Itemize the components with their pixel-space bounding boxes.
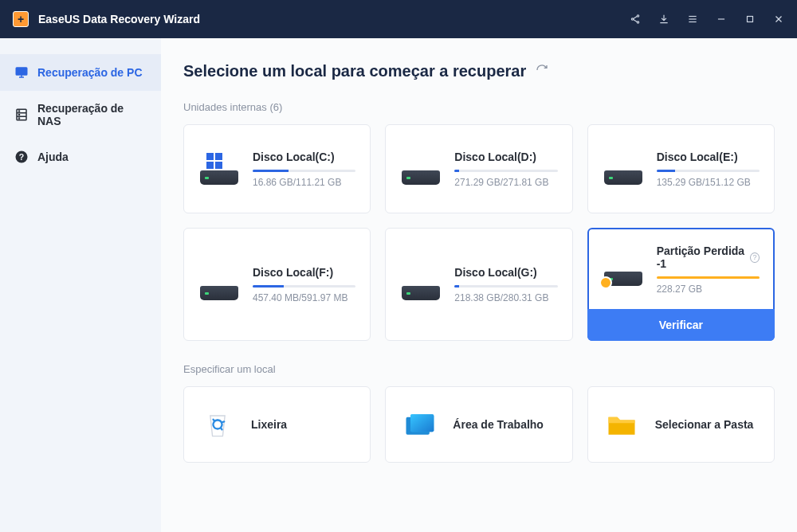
recycle-icon [200, 407, 235, 442]
minimize-icon[interactable] [716, 14, 727, 25]
svg-text:?: ? [19, 152, 24, 162]
drive-name: Disco Local(D:) [454, 151, 557, 163]
drive-usage-bar [454, 285, 557, 288]
sidebar-item-0[interactable]: Recuperação de PC [0, 54, 161, 91]
monitor-icon [14, 65, 29, 80]
drive-size: 218.38 GB/280.31 GB [454, 292, 557, 303]
desktop-icon [402, 407, 437, 442]
info-icon[interactable]: ? [750, 252, 760, 263]
drive-size: 135.29 GB/151.12 GB [657, 177, 760, 188]
drive-usage-bar [657, 276, 760, 279]
svg-line-3 [634, 17, 638, 19]
drive-name: Disco Local(C:) [253, 151, 355, 163]
drive-icon [603, 254, 644, 286]
drive-card-5[interactable]: Partição Perdida -1 ?228.27 GBVerificar [587, 228, 775, 341]
drive-icon [400, 153, 442, 185]
sidebar: Recuperação de PCRecuperação de NAS?Ajud… [0, 38, 161, 532]
drive-icon [198, 268, 240, 300]
svg-rect-12 [16, 68, 27, 75]
drive-name: Disco Local(F:) [253, 266, 355, 279]
internal-drives-label: Unidades internas (6) [183, 101, 775, 113]
svg-point-2 [637, 22, 638, 23]
drive-usage-bar [657, 170, 760, 172]
drives-grid: Disco Local(C:) 16.86 GB/111.21 GBDisco … [183, 124, 775, 341]
specify-location-label: Especificar um local [183, 363, 775, 375]
drive-card-3[interactable]: Disco Local(F:) 457.40 MB/591.97 MB [183, 228, 371, 341]
drive-card-2[interactable]: Disco Local(E:) 135.29 GB/151.12 GB [587, 124, 775, 213]
folder-icon [604, 407, 639, 442]
drive-size: 271.29 GB/271.81 GB [454, 177, 557, 188]
sidebar-item-2[interactable]: ?Ajuda [0, 139, 161, 175]
sidebar-item-1[interactable]: Recuperação de NAS [0, 91, 161, 139]
app-title: EaseUS Data Recovery Wizard [38, 13, 630, 25]
maximize-icon[interactable] [744, 14, 756, 25]
svg-point-0 [637, 15, 638, 17]
drive-size: 16.86 GB/111.21 GB [253, 177, 355, 188]
nas-icon [14, 108, 29, 122]
drive-icon [603, 153, 644, 185]
sidebar-item-label: Ajuda [37, 151, 69, 163]
menu-icon[interactable] [687, 14, 698, 25]
drive-name: Disco Local(E:) [657, 151, 760, 163]
svg-point-20 [18, 118, 19, 119]
window-controls [630, 14, 784, 25]
drive-usage-bar [253, 170, 355, 172]
verify-button[interactable]: Verificar [587, 309, 775, 341]
locations-grid: LixeiraÁrea de TrabalhoSelecionar a Past… [183, 386, 775, 463]
drive-size: 457.40 MB/591.97 MB [253, 292, 355, 303]
share-icon[interactable] [630, 14, 641, 25]
drive-card-1[interactable]: Disco Local(D:) 271.29 GB/271.81 GB [385, 124, 572, 213]
refresh-icon[interactable] [536, 64, 548, 80]
svg-point-19 [18, 114, 19, 115]
sidebar-item-label: Recuperação de NAS [37, 102, 147, 127]
drive-name: Partição Perdida -1 ? [657, 244, 760, 270]
download-icon[interactable] [658, 14, 669, 25]
drive-icon [198, 153, 240, 185]
location-name: Lixeira [251, 418, 287, 431]
location-card-desktop[interactable]: Área de Trabalho [385, 386, 572, 463]
svg-point-1 [631, 18, 633, 20]
drive-name: Disco Local(G:) [454, 266, 557, 279]
titlebar: + EaseUS Data Recovery Wizard [0, 0, 797, 38]
location-name: Área de Trabalho [453, 418, 544, 431]
drive-usage-bar [253, 285, 355, 288]
sidebar-item-label: Recuperação de PC [37, 66, 143, 79]
svg-line-4 [634, 20, 638, 22]
drive-size: 228.27 GB [657, 284, 760, 295]
main-content: Selecione um local para começar a recupe… [161, 38, 797, 532]
svg-point-18 [18, 111, 19, 111]
location-card-folder[interactable]: Selecionar a Pasta [587, 386, 775, 463]
location-card-recycle[interactable]: Lixeira [183, 386, 371, 463]
svg-rect-25 [410, 414, 434, 432]
svg-rect-9 [748, 17, 753, 22]
location-name: Selecionar a Pasta [655, 418, 754, 431]
drive-card-4[interactable]: Disco Local(G:) 218.38 GB/280.31 GB [385, 228, 572, 341]
page-title: Selecione um local para começar a recupe… [183, 62, 526, 80]
app-logo-icon: + [13, 11, 29, 27]
help-icon: ? [14, 150, 29, 164]
drive-card-0[interactable]: Disco Local(C:) 16.86 GB/111.21 GB [183, 124, 371, 213]
close-icon[interactable] [773, 14, 784, 25]
warning-badge-icon [599, 276, 612, 289]
drive-usage-bar [454, 170, 557, 172]
drive-icon [400, 268, 442, 300]
